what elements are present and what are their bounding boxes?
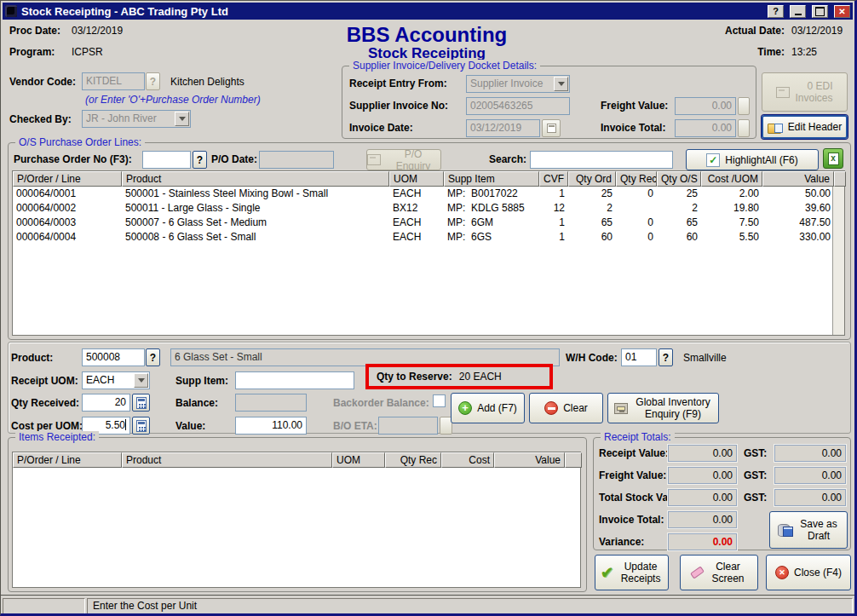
search-input[interactable] <box>530 151 673 169</box>
column-header[interactable]: Qty Rec <box>385 452 441 468</box>
inventory-drawer-icon <box>614 403 628 414</box>
po-enquiry-icon <box>367 154 381 165</box>
edit-header-button[interactable]: Edit Header <box>762 115 848 139</box>
status-stub <box>3 598 85 614</box>
table-row[interactable]: 000064/0003500007 - 6 Glass Set - Medium… <box>13 216 844 230</box>
global-inventory-enquiry-button[interactable]: Global Inventory Enquiry (F9) <box>607 393 719 423</box>
cost-per-uom-label: Cost per UOM: <box>11 420 83 432</box>
invoice-total-button[interactable] <box>738 119 750 137</box>
actual-date-label: Actual Date: <box>710 25 785 37</box>
gst-label: GST: <box>744 469 767 481</box>
po-no-label: Purchase Order No (F3): <box>14 153 132 165</box>
value-label: Value: <box>175 420 205 432</box>
maximize-button[interactable] <box>812 5 828 18</box>
clear-screen-button[interactable]: Clear Screen <box>680 555 758 590</box>
invoice-total-field[interactable]: 0.00 <box>675 119 736 137</box>
qty-reserve-value: 20 EACH <box>459 371 502 383</box>
receipt-uom-label: Receipt UOM: <box>11 375 78 387</box>
freight-total-field: 0.00 <box>668 467 737 484</box>
minimize-button[interactable] <box>790 5 806 18</box>
save-as-draft-button[interactable]: Save as Draft <box>769 511 848 549</box>
clear-button[interactable]: Clear <box>529 393 603 423</box>
minus-circle-icon <box>544 401 558 415</box>
receipt-uom-value: EACH <box>86 374 114 386</box>
chevron-down-icon[interactable] <box>554 77 568 91</box>
vertical-scrollbar[interactable] <box>832 187 844 335</box>
supp-item-input[interactable] <box>235 371 354 389</box>
backorder-balance-checkbox[interactable] <box>433 394 446 407</box>
application-window: Stock Receipting - ABC Trading Pty Ltd ?… <box>0 0 857 616</box>
calculator-icon <box>136 420 147 432</box>
column-header[interactable]: Cost <box>441 452 494 468</box>
vendor-lookup-button[interactable]: ? <box>146 72 160 90</box>
edit-header-label: Edit Header <box>788 121 842 133</box>
update-receipts-button[interactable]: Update Receipts <box>595 555 669 590</box>
column-header[interactable] <box>834 171 846 187</box>
po-no-input[interactable] <box>142 151 191 169</box>
chevron-down-icon[interactable] <box>175 112 189 126</box>
po-lines-grid: P/Order / LineProductUOMSupp ItemCVFQty … <box>12 170 845 336</box>
close-f4-button[interactable]: Close (F4) <box>766 555 851 590</box>
highlight-all-button[interactable]: HighlightAll (F6) <box>686 149 819 170</box>
column-header[interactable]: Qty O/S <box>657 171 701 187</box>
table-row[interactable]: 000064/0002500011 - Large Glass - Single… <box>13 201 844 216</box>
items-grid-header: P/Order / LineProductUOMQty RecCostValue <box>13 452 580 468</box>
invoice-total-sum-field: 0.00 <box>668 511 737 528</box>
receipt-uom-select[interactable]: EACH <box>82 371 150 389</box>
po-date-field[interactable] <box>259 151 334 169</box>
status-message: Enter the Cost per Unit <box>87 598 853 614</box>
wh-code-input[interactable]: 01 <box>621 348 657 366</box>
po-lines-legend: O/S Purchase Order Lines: <box>15 136 145 148</box>
close-button[interactable] <box>834 5 850 18</box>
bo-eta-field[interactable] <box>378 417 438 435</box>
column-header[interactable]: Value <box>762 171 834 187</box>
qty-received-input[interactable]: 20 <box>82 394 130 412</box>
add-button[interactable]: Add (F7) <box>451 393 525 423</box>
freight-value-button[interactable] <box>738 97 750 115</box>
column-header[interactable]: Qty Ord <box>568 171 616 187</box>
table-row[interactable]: 000064/0004500008 - 6 Glass Set - SmallE… <box>13 230 844 245</box>
invoice-date-calendar-button[interactable] <box>542 119 561 137</box>
po-enquiry-label: P/O Enquiry <box>386 148 440 172</box>
freight-value-field[interactable]: 0.00 <box>675 97 736 115</box>
checked-by-select[interactable]: JR - John River <box>82 110 191 128</box>
qty-received-calc-button[interactable] <box>132 394 150 412</box>
po-enquiry-button[interactable]: P/O Enquiry <box>366 149 441 170</box>
invoice-total-label: Invoice Total: <box>601 122 665 134</box>
column-header[interactable]: Value <box>494 452 565 468</box>
column-header[interactable]: Supp Item <box>444 171 539 187</box>
chevron-down-icon[interactable] <box>134 373 148 388</box>
global-inventory-enquiry-label: Global Inventory Enquiry (F9) <box>634 396 712 420</box>
column-header[interactable]: CVF <box>539 171 568 187</box>
column-header[interactable]: Qty Rec <box>616 171 657 187</box>
save-draft-icon <box>778 523 793 537</box>
edi-invoices-icon <box>776 87 790 98</box>
app-icon <box>5 5 17 17</box>
column-header[interactable]: P/Order / Line <box>13 171 122 187</box>
proc-date-value: 03/12/2019 <box>72 25 123 37</box>
export-excel-button[interactable] <box>823 148 843 169</box>
column-header[interactable]: Cost /UOM <box>701 171 762 187</box>
column-header[interactable]: Product <box>122 171 389 187</box>
table-row[interactable]: 000064/0001500001 - Stainless Steel Mixi… <box>13 187 844 201</box>
update-receipts-label: Update Receipts <box>618 561 663 584</box>
column-header[interactable]: P/Order / Line <box>13 452 122 468</box>
column-header[interactable]: UOM <box>389 171 444 187</box>
wh-lookup-button[interactable]: ? <box>659 348 673 366</box>
invoice-date-field[interactable]: 03/12/2019 <box>466 119 540 137</box>
receipt-entry-from-select[interactable]: Supplier Invoice <box>466 75 570 93</box>
po-no-lookup-button[interactable]: ? <box>193 151 207 169</box>
supplier-invoice-no-field[interactable]: 02005463265 <box>466 97 570 115</box>
edi-invoices-button[interactable]: 0 EDI Invoices <box>762 72 848 112</box>
column-header[interactable] <box>565 452 582 468</box>
stock-gst-field: 0.00 <box>774 489 846 506</box>
product-lookup-button[interactable]: ? <box>146 348 160 366</box>
help-button[interactable]: ? <box>768 5 784 18</box>
column-header[interactable]: Product <box>122 452 332 468</box>
cost-calc-button[interactable] <box>132 417 150 435</box>
title-bar: Stock Receipting - ABC Trading Pty Ltd ? <box>3 3 853 20</box>
gst-label: GST: <box>744 492 767 504</box>
vendor-code-field[interactable]: KITDEL <box>82 72 145 90</box>
column-header[interactable]: UOM <box>332 452 385 468</box>
product-code-input[interactable]: 500008 <box>82 348 145 366</box>
